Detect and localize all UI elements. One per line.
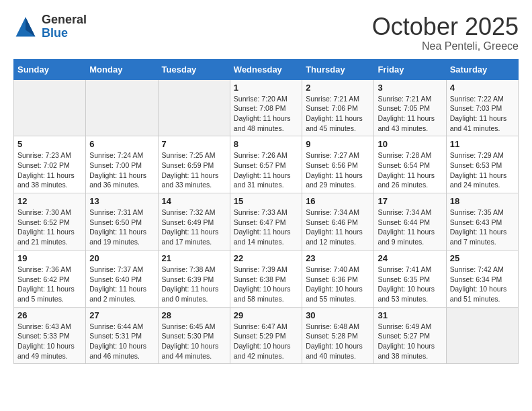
- calendar-cell: 12Sunrise: 7:30 AM Sunset: 6:52 PM Dayli…: [14, 193, 86, 250]
- calendar-cell: 2Sunrise: 7:21 AM Sunset: 7:06 PM Daylig…: [302, 79, 374, 136]
- day-number: 18: [450, 196, 515, 206]
- day-info: Sunrise: 7:21 AM Sunset: 7:06 PM Dayligh…: [306, 94, 370, 134]
- calendar-cell: 15Sunrise: 7:33 AM Sunset: 6:47 PM Dayli…: [230, 193, 302, 250]
- day-info: Sunrise: 6:43 AM Sunset: 5:33 PM Dayligh…: [17, 322, 82, 361]
- calendar-cell: 21Sunrise: 7:38 AM Sunset: 6:39 PM Dayli…: [158, 250, 230, 307]
- day-info: Sunrise: 7:31 AM Sunset: 6:50 PM Dayligh…: [89, 208, 154, 247]
- day-info: Sunrise: 7:25 AM Sunset: 6:59 PM Dayligh…: [162, 150, 226, 190]
- day-info: Sunrise: 7:37 AM Sunset: 6:40 PM Dayligh…: [89, 265, 154, 304]
- day-number: 29: [234, 310, 298, 320]
- header-day-saturday: Saturday: [446, 59, 518, 79]
- day-info: Sunrise: 6:44 AM Sunset: 5:31 PM Dayligh…: [89, 322, 154, 361]
- calendar-week-3: 12Sunrise: 7:30 AM Sunset: 6:52 PM Dayli…: [14, 193, 519, 250]
- calendar-cell: 18Sunrise: 7:35 AM Sunset: 6:43 PM Dayli…: [446, 193, 518, 250]
- day-info: Sunrise: 7:20 AM Sunset: 7:08 PM Dayligh…: [234, 94, 298, 134]
- header-day-monday: Monday: [86, 59, 158, 79]
- calendar-table: SundayMondayTuesdayWednesdayThursdayFrid…: [13, 59, 519, 365]
- day-info: Sunrise: 7:29 AM Sunset: 6:53 PM Dayligh…: [450, 150, 515, 190]
- calendar-cell: 14Sunrise: 7:32 AM Sunset: 6:49 PM Dayli…: [158, 193, 230, 250]
- page-header: General Blue October 2025 Nea Penteli, G…: [13, 13, 519, 52]
- calendar-cell: 29Sunrise: 6:47 AM Sunset: 5:29 PM Dayli…: [230, 307, 302, 364]
- day-info: Sunrise: 7:34 AM Sunset: 6:46 PM Dayligh…: [306, 208, 370, 247]
- day-info: Sunrise: 7:30 AM Sunset: 6:52 PM Dayligh…: [17, 208, 82, 247]
- day-info: Sunrise: 7:39 AM Sunset: 6:38 PM Dayligh…: [234, 265, 298, 304]
- day-number: 15: [234, 196, 298, 206]
- day-number: 7: [162, 139, 226, 149]
- day-number: 25: [450, 253, 515, 263]
- day-number: 28: [162, 310, 226, 320]
- day-number: 20: [89, 253, 154, 263]
- logo-general: General: [42, 13, 87, 27]
- day-number: 31: [378, 310, 442, 320]
- calendar-cell: 25Sunrise: 7:42 AM Sunset: 6:34 PM Dayli…: [446, 250, 518, 307]
- day-info: Sunrise: 7:24 AM Sunset: 7:00 PM Dayligh…: [89, 150, 154, 190]
- calendar-cell: [158, 79, 230, 136]
- calendar-week-4: 19Sunrise: 7:36 AM Sunset: 6:42 PM Dayli…: [14, 250, 519, 307]
- day-info: Sunrise: 6:45 AM Sunset: 5:30 PM Dayligh…: [162, 322, 226, 361]
- calendar-cell: 19Sunrise: 7:36 AM Sunset: 6:42 PM Dayli…: [14, 250, 86, 307]
- header-day-thursday: Thursday: [302, 59, 374, 79]
- calendar-cell: 24Sunrise: 7:41 AM Sunset: 6:35 PM Dayli…: [374, 250, 446, 307]
- calendar-cell: 11Sunrise: 7:29 AM Sunset: 6:53 PM Dayli…: [446, 136, 518, 193]
- day-number: 8: [234, 139, 298, 149]
- header-day-sunday: Sunday: [14, 59, 86, 79]
- day-info: Sunrise: 7:22 AM Sunset: 7:03 PM Dayligh…: [450, 94, 515, 134]
- day-info: Sunrise: 7:42 AM Sunset: 6:34 PM Dayligh…: [450, 265, 515, 304]
- calendar-cell: 16Sunrise: 7:34 AM Sunset: 6:46 PM Dayli…: [302, 193, 374, 250]
- header-day-wednesday: Wednesday: [230, 59, 302, 79]
- calendar-cell: 13Sunrise: 7:31 AM Sunset: 6:50 PM Dayli…: [86, 193, 158, 250]
- day-number: 3: [378, 83, 442, 93]
- day-info: Sunrise: 7:27 AM Sunset: 6:56 PM Dayligh…: [306, 150, 370, 190]
- calendar-week-2: 5Sunrise: 7:23 AM Sunset: 7:02 PM Daylig…: [14, 136, 519, 193]
- day-number: 12: [17, 196, 82, 206]
- day-number: 17: [378, 196, 442, 206]
- calendar-cell: 3Sunrise: 7:21 AM Sunset: 7:05 PM Daylig…: [374, 79, 446, 136]
- day-number: 14: [162, 196, 226, 206]
- day-info: Sunrise: 7:21 AM Sunset: 7:05 PM Dayligh…: [378, 94, 442, 134]
- day-number: 11: [450, 139, 515, 149]
- title-block: October 2025 Nea Penteli, Greece: [372, 13, 519, 52]
- calendar-cell: 20Sunrise: 7:37 AM Sunset: 6:40 PM Dayli…: [86, 250, 158, 307]
- logo-blue: Blue: [42, 27, 87, 40]
- day-info: Sunrise: 7:36 AM Sunset: 6:42 PM Dayligh…: [17, 265, 82, 304]
- calendar-header-row: SundayMondayTuesdayWednesdayThursdayFrid…: [14, 59, 519, 79]
- day-number: 5: [17, 139, 82, 149]
- day-number: 2: [306, 83, 370, 93]
- day-info: Sunrise: 7:40 AM Sunset: 6:36 PM Dayligh…: [306, 265, 370, 304]
- calendar-cell: 6Sunrise: 7:24 AM Sunset: 7:00 PM Daylig…: [86, 136, 158, 193]
- location: Nea Penteli, Greece: [372, 40, 519, 52]
- day-number: 10: [378, 139, 442, 149]
- day-info: Sunrise: 7:32 AM Sunset: 6:49 PM Dayligh…: [162, 208, 226, 247]
- calendar-week-1: 1Sunrise: 7:20 AM Sunset: 7:08 PM Daylig…: [14, 79, 519, 136]
- day-number: 24: [378, 253, 442, 263]
- calendar-cell: [86, 79, 158, 136]
- day-number: 23: [306, 253, 370, 263]
- day-number: 19: [17, 253, 82, 263]
- calendar-cell: 26Sunrise: 6:43 AM Sunset: 5:33 PM Dayli…: [14, 307, 86, 364]
- day-number: 30: [306, 310, 370, 320]
- calendar-cell: [446, 307, 518, 364]
- calendar-cell: 31Sunrise: 6:49 AM Sunset: 5:27 PM Dayli…: [374, 307, 446, 364]
- day-info: Sunrise: 7:28 AM Sunset: 6:54 PM Dayligh…: [378, 150, 442, 190]
- day-number: 1: [234, 83, 298, 93]
- logo: General Blue: [13, 13, 87, 40]
- calendar-cell: 10Sunrise: 7:28 AM Sunset: 6:54 PM Dayli…: [374, 136, 446, 193]
- logo-text: General Blue: [42, 13, 87, 40]
- calendar-cell: [14, 79, 86, 136]
- day-number: 4: [450, 83, 515, 93]
- day-number: 16: [306, 196, 370, 206]
- calendar-week-5: 26Sunrise: 6:43 AM Sunset: 5:33 PM Dayli…: [14, 307, 519, 364]
- calendar-cell: 17Sunrise: 7:34 AM Sunset: 6:44 PM Dayli…: [374, 193, 446, 250]
- day-info: Sunrise: 7:35 AM Sunset: 6:43 PM Dayligh…: [450, 208, 515, 247]
- calendar-cell: 4Sunrise: 7:22 AM Sunset: 7:03 PM Daylig…: [446, 79, 518, 136]
- day-number: 21: [162, 253, 226, 263]
- day-info: Sunrise: 7:33 AM Sunset: 6:47 PM Dayligh…: [234, 208, 298, 247]
- day-info: Sunrise: 7:26 AM Sunset: 6:57 PM Dayligh…: [234, 150, 298, 190]
- day-info: Sunrise: 7:38 AM Sunset: 6:39 PM Dayligh…: [162, 265, 226, 304]
- month-year: October 2025: [372, 13, 519, 40]
- calendar-cell: 28Sunrise: 6:45 AM Sunset: 5:30 PM Dayli…: [158, 307, 230, 364]
- day-info: Sunrise: 7:41 AM Sunset: 6:35 PM Dayligh…: [378, 265, 442, 304]
- day-number: 27: [89, 310, 154, 320]
- day-number: 26: [17, 310, 82, 320]
- header-day-friday: Friday: [374, 59, 446, 79]
